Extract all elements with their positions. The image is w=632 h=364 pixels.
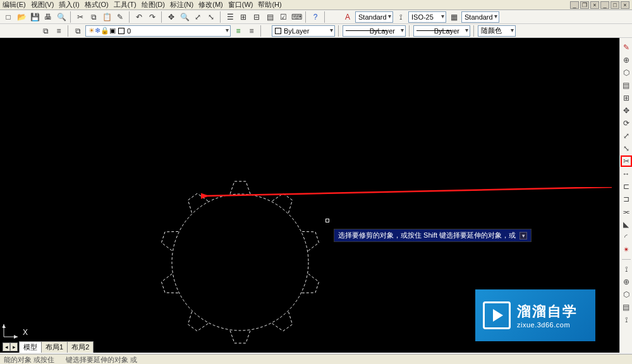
design-center-icon[interactable]: ⊞ — [238, 11, 249, 23]
save-icon[interactable]: 💾 — [29, 11, 40, 23]
layer-freeze-icon: ❄ — [95, 27, 100, 35]
zoom-realtime-icon[interactable]: 🔍 — [179, 11, 190, 23]
offset-tool-icon[interactable]: ▤ — [621, 80, 632, 91]
pan-icon[interactable]: ✥ — [166, 11, 177, 23]
explode-tool-icon[interactable]: ✴ — [621, 244, 632, 255]
layer-states-icon[interactable]: ≡ — [246, 25, 257, 37]
prompt-options-icon[interactable]: ▾ — [520, 232, 527, 240]
chamfer-tool-icon[interactable]: ◣ — [621, 219, 632, 230]
menu-edit[interactable]: 编辑(E) — [3, 0, 26, 9]
app-minimize-button[interactable]: _ — [600, 1, 609, 9]
menu-view[interactable]: 视图(V) — [31, 0, 54, 9]
copy-tool-icon[interactable]: ⊕ — [621, 54, 632, 66]
dim-style-dropdown[interactable]: ISO-25 — [408, 11, 446, 23]
layer-tools-icon[interactable]: ≡ — [53, 25, 64, 37]
separator — [338, 25, 339, 37]
menu-format[interactable]: 格式(O) — [85, 0, 109, 9]
paste-icon[interactable]: 📋 — [101, 11, 112, 23]
dim-style-icon[interactable]: ⟟ — [395, 11, 406, 23]
color-dropdown[interactable]: ByLayer — [272, 25, 335, 37]
break-tool-icon[interactable]: ⊐ — [621, 193, 632, 205]
join-tool-icon[interactable]: ⫘ — [621, 206, 632, 217]
app-close-button[interactable]: × — [621, 1, 629, 9]
separator — [622, 259, 631, 260]
doc-restore-button[interactable]: ❐ — [580, 1, 589, 9]
drawing-canvas[interactable]: 选择要修剪的对象，或按住 Shift 键选择要延伸的对象，或 ▾ X ◂▸ 模型… — [0, 38, 619, 353]
rotate-tool-icon[interactable]: ⟳ — [621, 118, 632, 129]
dynamic-input-prompt: 选择要修剪的对象，或按住 Shift 键选择要延伸的对象，或 ▾ — [334, 229, 532, 242]
open-icon[interactable]: 📂 — [16, 11, 27, 23]
help-icon[interactable]: ? — [310, 11, 321, 23]
separator — [68, 25, 69, 37]
trim-tool-icon[interactable]: ✂ — [621, 155, 632, 167]
menu-window[interactable]: 窗口(W) — [228, 0, 253, 9]
menu-help[interactable]: 帮助(H) — [258, 0, 281, 9]
app-maximize-button[interactable]: □ — [611, 1, 619, 9]
copy-icon[interactable]: ⧉ — [88, 11, 99, 23]
tab-scroll-arrows[interactable]: ◂▸ — [3, 343, 18, 351]
menu-modify[interactable]: 修改(M) — [198, 0, 223, 9]
inquiry-region-icon[interactable]: ⬡ — [621, 289, 632, 300]
tab-layout2[interactable]: 布局2 — [67, 341, 94, 353]
zoom-previous-icon[interactable]: ⤡ — [205, 11, 217, 23]
move-tool-icon[interactable]: ✥ — [621, 105, 632, 116]
inquiry-area-icon[interactable]: ⊕ — [621, 276, 632, 288]
text-style-icon[interactable]: A — [342, 11, 353, 23]
inquiry-distance-icon[interactable]: ⟟ — [621, 264, 632, 275]
inquiry-list-icon[interactable]: ▤ — [621, 301, 632, 313]
watermark-url: zixue.3d66.com — [517, 321, 578, 329]
layer-dropdown[interactable]: ☀ ❄ 🔒 ▣ 0 — [85, 25, 231, 37]
matchprop-icon[interactable]: ✎ — [114, 11, 126, 23]
erase-icon[interactable]: ✎ — [621, 42, 632, 53]
layer-previous-icon[interactable]: ≡ — [233, 25, 244, 37]
color-swatch-icon — [275, 28, 281, 34]
separator — [220, 11, 221, 23]
plot-style-dropdown[interactable]: 随颜色 — [478, 25, 516, 37]
plot-icon[interactable]: 🖶 — [42, 11, 54, 23]
markup-icon[interactable]: ☑ — [277, 11, 289, 23]
separator — [305, 11, 307, 23]
annotation-arrow — [201, 187, 618, 206]
new-icon[interactable]: □ — [3, 11, 14, 23]
menu-draw[interactable]: 绘图(D) — [142, 0, 165, 9]
menu-dimension[interactable]: 标注(N) — [170, 0, 193, 9]
menu-insert[interactable]: 插入(I) — [59, 0, 79, 9]
layer-props-icon[interactable]: ⧉ — [72, 25, 83, 37]
stretch-tool-icon[interactable]: ⤡ — [621, 143, 632, 154]
fillet-tool-icon[interactable]: ◜ — [621, 231, 632, 243]
quickcalc-icon[interactable]: ⌨ — [291, 11, 302, 23]
scale-tool-icon[interactable]: ⤢ — [621, 130, 632, 142]
status-text-2: 键选择要延伸的对象 或 — [66, 355, 137, 363]
zoom-window-icon[interactable]: ⤢ — [192, 11, 204, 23]
doc-minimize-button[interactable]: _ — [570, 1, 579, 9]
extend-tool-icon[interactable]: ↔ — [621, 168, 632, 179]
menu-bar: 编辑(E) 视图(V) 插入(I) 格式(O) 工具(T) 绘图(D) 标注(N… — [0, 0, 632, 10]
redo-icon[interactable]: ↷ — [147, 11, 158, 23]
break-at-point-icon[interactable]: ⊏ — [621, 181, 632, 192]
properties-icon[interactable]: ☰ — [224, 11, 236, 23]
prompt-text: 选择要修剪的对象，或按住 Shift 键选择要延伸的对象，或 — [338, 231, 516, 240]
mirror-tool-icon[interactable]: ⬡ — [621, 67, 632, 78]
linetype-dropdown[interactable]: ByLayer — [343, 25, 406, 37]
array-tool-icon[interactable]: ⊞ — [621, 92, 632, 104]
separator — [409, 25, 410, 37]
table-style-dropdown[interactable]: Standard — [461, 11, 499, 23]
play-icon — [483, 301, 511, 329]
inquiry-id-icon[interactable]: ⟟ — [621, 314, 632, 325]
sheet-set-icon[interactable]: ▤ — [264, 11, 276, 23]
plot-preview-icon[interactable]: 🔍 — [56, 11, 67, 23]
tab-layout1[interactable]: 布局1 — [41, 341, 68, 353]
undo-icon[interactable]: ↶ — [133, 11, 145, 23]
tab-model[interactable]: 模型 — [19, 341, 42, 353]
separator — [324, 11, 325, 23]
doc-close-button[interactable]: × — [590, 1, 599, 9]
lineweight-dropdown[interactable]: ByLayer — [413, 25, 470, 37]
menu-tools[interactable]: 工具(T) — [114, 0, 137, 9]
svg-point-0 — [172, 194, 308, 331]
tool-palettes-icon[interactable]: ⊟ — [251, 11, 262, 23]
cut-icon[interactable]: ✂ — [75, 11, 86, 23]
text-style-dropdown[interactable]: Standard — [355, 11, 393, 23]
table-style-icon[interactable]: ▦ — [448, 11, 459, 23]
layer-manager-icon[interactable]: ⧉ — [40, 25, 51, 37]
status-text-1: 能的对象 或按住 — [4, 355, 54, 363]
